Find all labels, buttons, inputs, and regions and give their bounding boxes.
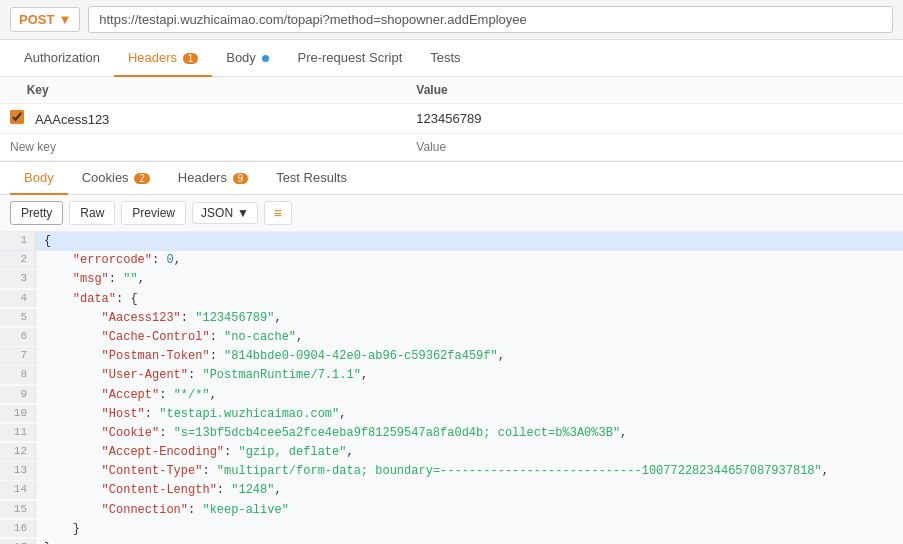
line-number: 8 xyxy=(0,366,36,384)
header-row-checkbox[interactable] xyxy=(10,110,24,124)
json-line: 8 "User-Agent": "PostmanRuntime/7.1.1", xyxy=(0,366,903,385)
header-val-value: 123456789 xyxy=(416,111,481,126)
json-line: 3 "msg": "", xyxy=(0,270,903,289)
tab-authorization[interactable]: Authorization xyxy=(10,40,114,77)
line-content: "Postman-Token": "814bbde0-0904-42e0-ab9… xyxy=(36,347,513,366)
resp-tab-body[interactable]: Body xyxy=(10,162,68,195)
line-content: "Content-Type": "multipart/form-data; bo… xyxy=(36,462,837,481)
line-number: 3 xyxy=(0,270,36,288)
format-label: JSON xyxy=(201,206,233,220)
line-content: { xyxy=(36,232,59,251)
line-number: 7 xyxy=(0,347,36,365)
json-line: 11 "Cookie": "s=13bf5dcb4cee5a2fce4eba9f… xyxy=(0,424,903,443)
line-number: 16 xyxy=(0,520,36,538)
json-line: 9 "Accept": "*/*", xyxy=(0,386,903,405)
line-content: "data": { xyxy=(36,290,146,309)
line-number: 9 xyxy=(0,386,36,404)
method-label: POST xyxy=(19,12,54,27)
format-select[interactable]: JSON ▼ xyxy=(192,202,258,224)
line-number: 5 xyxy=(0,309,36,327)
json-line: 6 "Cache-Control": "no-cache", xyxy=(0,328,903,347)
preview-button[interactable]: Preview xyxy=(121,201,186,225)
header-key-value: AAAcess123 xyxy=(35,112,109,127)
line-content: "errorcode": 0, xyxy=(36,251,189,270)
headers-value-column: Value xyxy=(406,77,903,104)
line-number: 15 xyxy=(0,501,36,519)
response-section: Body Cookies 2 Headers 9 Test Results Pr… xyxy=(0,161,903,544)
new-value-input[interactable] xyxy=(416,140,616,154)
top-bar: POST ▼ xyxy=(0,0,903,40)
table-row: AAAcess123 123456789 xyxy=(0,104,903,134)
json-line: 14 "Content-Length": "1248", xyxy=(0,481,903,500)
method-arrow-icon: ▼ xyxy=(58,12,71,27)
json-line: 4 "data": { xyxy=(0,290,903,309)
line-content: "Connection": "keep-alive" xyxy=(36,501,297,520)
line-number: 10 xyxy=(0,405,36,423)
line-number: 4 xyxy=(0,290,36,308)
json-line: 2 "errorcode": 0, xyxy=(0,251,903,270)
line-number: 17 xyxy=(0,539,36,544)
line-content: "Aacess123": "123456789", xyxy=(36,309,290,328)
line-number: 2 xyxy=(0,251,36,269)
json-line: 15 "Connection": "keep-alive" xyxy=(0,501,903,520)
tab-body[interactable]: Body xyxy=(212,40,283,77)
new-key-input[interactable] xyxy=(10,140,210,154)
resp-tab-headers[interactable]: Headers 9 xyxy=(164,162,262,195)
line-content: "Host": "testapi.wuzhicaimao.com", xyxy=(36,405,354,424)
json-line: 1{ xyxy=(0,232,903,251)
json-line: 7 "Postman-Token": "814bbde0-0904-42e0-a… xyxy=(0,347,903,366)
json-line: 12 "Accept-Encoding": "gzip, deflate", xyxy=(0,443,903,462)
line-number: 13 xyxy=(0,462,36,480)
body-toolbar: Pretty Raw Preview JSON ▼ ≡ xyxy=(0,195,903,232)
resp-tab-testresults[interactable]: Test Results xyxy=(262,162,361,195)
pretty-button[interactable]: Pretty xyxy=(10,201,63,225)
headers-table: Key Value AAAcess123 123456789 xyxy=(0,77,903,161)
line-content: "Content-Length": "1248", xyxy=(36,481,290,500)
line-number: 6 xyxy=(0,328,36,346)
headers-key-column: Key xyxy=(0,77,406,104)
json-display: 1{2 "errorcode": 0,3 "msg": "",4 "data":… xyxy=(0,232,903,544)
cookies-badge: 2 xyxy=(134,173,150,184)
json-line: 17} xyxy=(0,539,903,544)
json-line: 5 "Aacess123": "123456789", xyxy=(0,309,903,328)
new-header-row xyxy=(0,134,903,161)
url-input[interactable] xyxy=(88,6,893,33)
json-line: 16 } xyxy=(0,520,903,539)
line-number: 12 xyxy=(0,443,36,461)
headers-badge: 1 xyxy=(183,53,199,64)
line-content: "Cookie": "s=13bf5dcb4cee5a2fce4eba9f812… xyxy=(36,424,635,443)
line-content: } xyxy=(36,539,59,544)
resp-tab-cookies[interactable]: Cookies 2 xyxy=(68,162,164,195)
body-dot xyxy=(262,55,269,62)
wrap-icon: ≡ xyxy=(274,205,282,221)
method-select[interactable]: POST ▼ xyxy=(10,7,80,32)
line-content: } xyxy=(36,520,88,539)
line-content: "User-Agent": "PostmanRuntime/7.1.1", xyxy=(36,366,376,385)
line-content: "Cache-Control": "no-cache", xyxy=(36,328,311,347)
line-content: "msg": "", xyxy=(36,270,153,289)
tab-headers[interactable]: Headers 1 xyxy=(114,40,212,77)
format-arrow-icon: ▼ xyxy=(237,206,249,220)
line-content: "Accept": "*/*", xyxy=(36,386,225,405)
line-number: 14 xyxy=(0,481,36,499)
tab-prerequest[interactable]: Pre-request Script xyxy=(283,40,416,77)
raw-button[interactable]: Raw xyxy=(69,201,115,225)
line-content: "Accept-Encoding": "gzip, deflate", xyxy=(36,443,362,462)
json-line: 13 "Content-Type": "multipart/form-data;… xyxy=(0,462,903,481)
line-number: 11 xyxy=(0,424,36,442)
json-line: 10 "Host": "testapi.wuzhicaimao.com", xyxy=(0,405,903,424)
wrap-button[interactable]: ≡ xyxy=(264,201,292,225)
response-tabs: Body Cookies 2 Headers 9 Test Results xyxy=(0,162,903,195)
tab-tests[interactable]: Tests xyxy=(416,40,474,77)
resp-headers-badge: 9 xyxy=(233,173,249,184)
request-tabs: Authorization Headers 1 Body Pre-request… xyxy=(0,40,903,77)
line-number: 1 xyxy=(0,232,36,250)
